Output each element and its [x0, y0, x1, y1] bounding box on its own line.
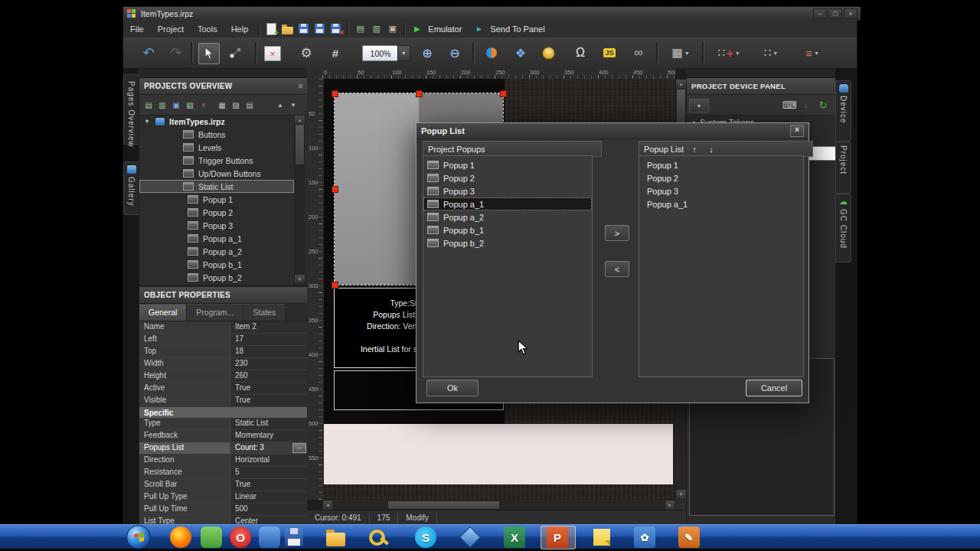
link-icon[interactable]: ∞	[629, 43, 648, 63]
move-left-button[interactable]: <	[605, 261, 629, 277]
move-down-icon[interactable]: ▼	[287, 99, 299, 111]
matrix-add-button[interactable]: ∷+▼	[711, 43, 746, 63]
list-item-popup-b2[interactable]: Popup b_2	[423, 236, 592, 249]
scroll-down-icon[interactable]: ▼	[294, 274, 305, 284]
selected-popup1[interactable]: Popup 1	[639, 158, 803, 171]
dialog-title-bar[interactable]: Popup List ×	[416, 123, 808, 139]
list-item-popup-a1[interactable]: Popup a_1	[423, 197, 592, 210]
clipboard-icon[interactable]: ▣	[386, 22, 399, 35]
tree-root[interactable]: ▾ ItemTypes.irpz	[139, 115, 294, 128]
close-button[interactable]: ×	[844, 8, 858, 19]
move-item-down-button[interactable]: ↓	[705, 143, 717, 155]
popup-list[interactable]: Popup 1 Popup 2 Popup 3 Popup a_1	[639, 155, 804, 377]
tree-item-popup-b1[interactable]: Popup b_1	[139, 258, 294, 271]
scroll-thumb[interactable]	[387, 500, 500, 510]
save-page-icon[interactable]: ▣	[170, 99, 182, 111]
pointer-tool[interactable]	[198, 43, 220, 64]
tab-gc-cloud[interactable]: ☁ GC Cloud	[835, 194, 851, 262]
taskbar-folder-icon[interactable]	[325, 527, 346, 548]
prop-value[interactable]: Item 2	[230, 321, 308, 333]
cancel-button[interactable]: Cancel	[746, 380, 802, 396]
erase-tool[interactable]: ×	[264, 46, 281, 61]
canvas-hscrollbar[interactable]: ◄ ►	[322, 500, 675, 510]
title-bar[interactable]: ItemTypes.irpz – □ ×	[123, 7, 861, 21]
taskbar-save-floppy-icon[interactable]	[283, 527, 305, 548]
node-tool[interactable]	[226, 43, 246, 63]
taskbar-writer-icon[interactable]: ✎	[678, 527, 700, 548]
script-js-icon[interactable]: JS	[599, 43, 619, 63]
duplicate-page-icon[interactable]: ▥	[156, 99, 168, 111]
open-folder-icon[interactable]	[281, 22, 294, 35]
prop-value[interactable]: True	[230, 395, 308, 406]
tree-item-popup-a1[interactable]: Popup a_1	[139, 232, 294, 245]
prop-value[interactable]: Horizontal	[230, 455, 308, 466]
panel-menu-icon[interactable]: ≡	[299, 82, 303, 90]
prop-row-scrollbar[interactable]: Scroll BarTrue	[139, 479, 308, 491]
scroll-thumb[interactable]	[295, 124, 305, 165]
taskbar-share-icon[interactable]: ✿	[634, 527, 655, 548]
tab-programming[interactable]: Program...	[187, 304, 243, 321]
menu-project[interactable]: Project	[151, 20, 191, 37]
selection-handle-bl[interactable]	[332, 282, 338, 289]
send-to-panel-icon[interactable]: ►	[472, 22, 485, 35]
prop-value[interactable]: 500	[230, 504, 308, 515]
tree-item-popup-b2[interactable]: Popup b_2	[139, 271, 294, 284]
tree-item-popup3[interactable]: Popup 3	[139, 219, 294, 232]
taskbar-gem-icon[interactable]	[459, 527, 481, 548]
list-item-popup3[interactable]: Popup 3	[423, 184, 592, 197]
prop-value[interactable]: Static List	[230, 418, 308, 429]
tab-project[interactable]: Project	[835, 142, 851, 194]
prop-value[interactable]: 17	[230, 334, 308, 345]
delete-page-icon[interactable]: ×	[198, 99, 210, 111]
prop-value[interactable]: 18	[230, 346, 308, 357]
tab-gallery[interactable]: Gallery	[123, 161, 139, 215]
project-popups-list[interactable]: Popup 1 Popup 2 Popup 3 Popup a_1 Popup …	[423, 155, 593, 377]
export-page-icon[interactable]: ▥	[370, 22, 383, 35]
import-page-icon2[interactable]: ▤	[243, 99, 256, 111]
refresh-icon[interactable]: ↻	[817, 99, 829, 111]
scroll-right-icon[interactable]: ►	[665, 500, 675, 510]
emulator-label[interactable]: Emulator	[428, 24, 462, 34]
scroll-thumb[interactable]	[676, 89, 686, 126]
taskbar-key-icon[interactable]	[366, 527, 387, 548]
prop-row-active[interactable]: ActiveTrue	[139, 383, 308, 395]
delete-save-icon[interactable]: ×	[329, 22, 342, 35]
tree-item-levels[interactable]: Levels	[139, 141, 294, 154]
tree-item-updown-buttons[interactable]: Up/Down Buttons	[139, 167, 294, 180]
prop-row-left[interactable]: Left17	[139, 334, 308, 346]
minimize-button[interactable]: –	[813, 8, 827, 19]
zoom-select[interactable]: 100%	[362, 45, 399, 61]
prop-value[interactable]: 5	[230, 467, 308, 478]
tree-item-popup-a2[interactable]: Popup a_2	[139, 245, 294, 258]
taskbar-skype-icon[interactable]: S	[415, 527, 436, 548]
selected-popup2[interactable]: Popup 2	[639, 171, 803, 184]
selected-popup-a1[interactable]: Popup a_1	[639, 197, 803, 210]
list-item-popup-a2[interactable]: Popup a_2	[423, 210, 592, 223]
scroll-down-icon[interactable]: ▼	[675, 489, 687, 500]
save-icon[interactable]	[297, 22, 310, 35]
taskbar-powerpoint-icon[interactable]: P	[547, 527, 568, 548]
list-menu-button[interactable]: ≡▼	[797, 43, 828, 63]
transform-icon[interactable]: ❖	[511, 43, 531, 63]
settings-gears-icon[interactable]: ⚙	[296, 43, 316, 63]
tab-device[interactable]: Device	[835, 80, 851, 142]
prop-row-resistance[interactable]: Resistance5	[139, 467, 308, 479]
prop-row-pulluptype[interactable]: Pull Up TypeLinear	[139, 491, 308, 504]
list-item-popup2[interactable]: Popup 2	[423, 171, 592, 184]
send-to-panel-label[interactable]: Send To Panel	[490, 24, 544, 34]
omega-icon[interactable]: Ω	[570, 43, 590, 63]
move-right-button[interactable]: >	[605, 225, 629, 241]
paste-page-icon[interactable]: ▨	[230, 99, 242, 111]
tree-item-buttons[interactable]: Buttons	[139, 128, 294, 141]
selection-handle-tl[interactable]	[332, 90, 338, 97]
grid-menu-button[interactable]: ▦▼	[665, 43, 696, 63]
copy-page-icon[interactable]: ▦	[216, 99, 228, 111]
tab-states[interactable]: States	[243, 304, 286, 321]
prop-row-type[interactable]: TypeStatic List	[139, 418, 308, 430]
prop-value[interactable]: Linear	[230, 491, 308, 503]
prop-row-name[interactable]: NameItem 2	[139, 321, 308, 334]
menu-tools[interactable]: Tools	[191, 20, 224, 37]
color-picker-icon[interactable]	[482, 43, 501, 63]
emulator-play-icon[interactable]: ▶	[410, 22, 423, 35]
maximize-button[interactable]: □	[828, 8, 842, 19]
